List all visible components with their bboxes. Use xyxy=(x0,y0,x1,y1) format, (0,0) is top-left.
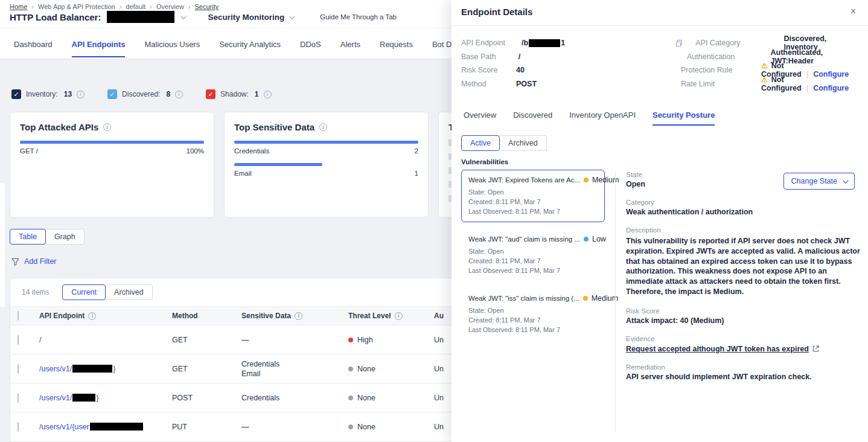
view-toggle: Table Graph xyxy=(10,229,85,245)
col-api-endpoint: API Endpoint xyxy=(39,312,85,320)
info-icon[interactable]: i xyxy=(395,312,403,320)
shadow-checkbox[interactable]: ✓ xyxy=(206,89,215,99)
panel-tabbar: Overview Discovered Inventory OpenAPI Se… xyxy=(464,110,715,126)
tab-malicious-users[interactable]: Malicious Users xyxy=(144,30,200,57)
close-icon[interactable]: × xyxy=(850,6,856,17)
endpoint-link[interactable]: /users/v1/ } xyxy=(39,365,172,373)
filter-inventory: ✓ Inventory: 13 i xyxy=(11,89,85,99)
vulnerability-list: Weak JWT: Expired Tokens are Ac... Mediu… xyxy=(461,170,605,347)
row-checkbox[interactable] xyxy=(18,422,19,432)
threat-cell: None xyxy=(357,394,375,402)
evidence-link[interactable]: Request accepted although JWT token has … xyxy=(626,345,861,353)
tab-dashboard[interactable]: Dashboard xyxy=(14,30,53,57)
vuln-title: Weak JWT: "iss" claim is missing (... xyxy=(468,295,579,302)
api-endpoint-label: API Endpoint xyxy=(461,39,522,47)
row-checkbox[interactable] xyxy=(18,393,19,403)
graph-view-button[interactable]: Graph xyxy=(46,229,85,245)
category-label: Category xyxy=(626,199,861,206)
breadcrumb: Home › Web App & API Protection › defaul… xyxy=(10,3,219,10)
change-state-button[interactable]: Change State xyxy=(783,173,855,190)
breadcrumb-separator: › xyxy=(150,3,152,10)
vulnerability-card[interactable]: Weak JWT: "iss" claim is missing (... Me… xyxy=(461,288,605,341)
evidence-label: Evidence xyxy=(626,335,861,342)
archived-button[interactable]: Archived xyxy=(500,135,547,151)
tab-discovered[interactable]: Discovered xyxy=(513,110,552,126)
vulnerability-detail: State Open Change State Category Weak au… xyxy=(626,171,861,381)
method-cell: PUT xyxy=(172,423,241,431)
method-label: Method xyxy=(461,80,516,88)
page-title: HTTP Load Balancer: xyxy=(10,12,101,22)
archived-button[interactable]: Archived xyxy=(106,284,153,300)
info-icon[interactable]: i xyxy=(77,91,85,98)
active-archived-toggle: Active Archived xyxy=(461,135,547,151)
bar-row[interactable]: Email 1 xyxy=(234,163,418,177)
col-method: Method xyxy=(172,312,241,320)
monitoring-dropdown[interactable]: Security Monitoring xyxy=(208,13,293,22)
bar-row[interactable]: GET / 100% xyxy=(20,141,204,155)
active-button[interactable]: Active xyxy=(461,135,500,151)
discovered-checkbox[interactable]: ✓ xyxy=(107,89,117,99)
risk-score-value: 40 xyxy=(516,66,604,74)
tab-security-analytics[interactable]: Security Analytics xyxy=(219,30,281,57)
sensitive-cell: — xyxy=(241,423,348,431)
threat-dot xyxy=(348,367,353,371)
configure-rate-limit-link[interactable]: Configure xyxy=(813,84,849,92)
vuln-title: Weak JWT: Expired Tokens are Ac... xyxy=(468,176,580,184)
tab-requests[interactable]: Requests xyxy=(380,30,413,57)
breadcrumb-overview[interactable]: Overview xyxy=(156,3,184,10)
method-cell: POST xyxy=(172,394,241,402)
col-threat-level: Threat Level xyxy=(348,312,391,320)
bar-label: Email xyxy=(234,170,252,177)
inventory-checkbox[interactable]: ✓ xyxy=(11,89,21,99)
tab-api-endpoints[interactable]: API Endpoints xyxy=(72,30,126,57)
info-icon[interactable]: i xyxy=(88,312,96,320)
breadcrumb-waap[interactable]: Web App & API Protection xyxy=(38,3,115,10)
info-icon[interactable]: i xyxy=(264,91,272,98)
discovered-count: 8 xyxy=(166,90,170,98)
chevron-down-icon[interactable] xyxy=(180,13,187,19)
current-button[interactable]: Current xyxy=(62,284,106,300)
bar-row[interactable]: Credentials 2 xyxy=(234,141,418,155)
add-filter-button[interactable]: Add Filter xyxy=(11,257,57,266)
remediation-label: Remediation xyxy=(626,364,861,371)
tab-security-posture[interactable]: Security Posture xyxy=(653,110,715,126)
copy-icon[interactable] xyxy=(676,40,683,46)
endpoint-text: } xyxy=(96,394,98,402)
rate-limit-label: Rate Limit xyxy=(681,80,761,88)
info-icon[interactable]: i xyxy=(175,91,183,98)
table-view-button[interactable]: Table xyxy=(10,229,46,245)
endpoint-text: /users/v1/ xyxy=(39,394,72,402)
info-icon[interactable]: i xyxy=(103,123,111,131)
top-attacked-apis-card: Top Attacked APIs i GET / 100% xyxy=(10,112,214,217)
breadcrumb-security[interactable]: Security xyxy=(195,3,219,10)
breadcrumb-default[interactable]: default xyxy=(126,3,145,10)
description-text: This vulnerability is reported if API se… xyxy=(626,236,861,297)
info-icon[interactable]: i xyxy=(319,123,327,131)
tab-overview[interactable]: Overview xyxy=(464,110,496,126)
vulnerability-card[interactable]: Weak JWT: Expired Tokens are Ac... Mediu… xyxy=(461,170,605,222)
select-all-checkbox[interactable] xyxy=(18,311,19,321)
vuln-created: Created: 8:11 PM, Mar 7 xyxy=(468,197,598,207)
breadcrumb-separator: › xyxy=(31,3,34,10)
chevron-down-icon xyxy=(289,13,295,19)
endpoint-link[interactable]: /users/v1/ } xyxy=(39,394,172,402)
endpoint-details-panel: Endpoint Details × API Endpoint /b 1 API… xyxy=(452,0,868,442)
guide-me-link[interactable]: Guide Me Through a Tab xyxy=(320,13,397,21)
endpoint-link[interactable]: /users/v1/{user xyxy=(39,423,172,431)
tab-ddos[interactable]: DDoS xyxy=(300,30,321,57)
change-state-label: Change State xyxy=(791,177,837,185)
warning-icon: ⚠ xyxy=(761,75,768,84)
warning-icon: ⚠ xyxy=(761,62,768,70)
method-cell: GET xyxy=(172,365,241,373)
breadcrumb-home[interactable]: Home xyxy=(10,3,27,10)
row-checkbox[interactable] xyxy=(18,335,19,345)
vulnerability-card[interactable]: Weak JWT: "aud" claim is missing ... Low… xyxy=(461,229,605,281)
tab-inventory-openapi[interactable]: Inventory OpenAPI xyxy=(569,110,636,126)
endpoint-link[interactable]: / xyxy=(39,336,172,344)
tab-alerts[interactable]: Alerts xyxy=(340,30,360,57)
row-checkbox[interactable] xyxy=(18,364,19,374)
info-icon[interactable]: i xyxy=(295,312,302,320)
funnel-icon xyxy=(11,258,19,266)
threat-cell: None xyxy=(357,365,375,373)
remediation-value: API server should implement JWT expirati… xyxy=(626,373,861,381)
